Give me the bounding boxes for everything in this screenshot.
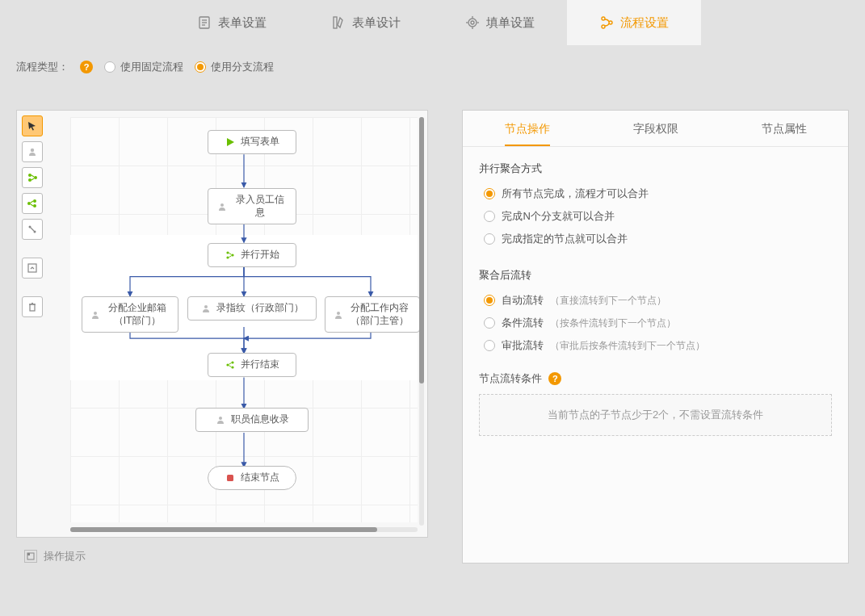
svg-point-34 — [220, 203, 224, 207]
person-icon — [215, 414, 226, 425]
svg-point-36 — [226, 256, 229, 258]
node-end[interactable]: 结束节点 — [208, 466, 296, 490]
merge-mode-title: 并行聚合方式 — [479, 161, 832, 176]
node-parallel-end[interactable]: 并行结束 — [208, 353, 296, 377]
tab-fill-settings[interactable]: 填单设置 — [433, 0, 567, 45]
tool-branch-node[interactable] — [22, 167, 43, 188]
hint-icon — [24, 550, 37, 563]
svg-point-38 — [94, 312, 97, 315]
radio-post-cond[interactable]: 条件流转 （按条件流转到下一个节点） — [479, 312, 832, 334]
svg-point-41 — [231, 361, 233, 363]
node-assign-email[interactable]: 分配企业邮箱（IT部门） — [82, 296, 178, 333]
radio-icon — [484, 317, 495, 329]
tab-form-settings-label: 表单设置 — [218, 15, 267, 31]
svg-point-44 — [219, 417, 222, 420]
play-icon — [225, 136, 236, 148]
tool-connector[interactable] — [22, 219, 43, 240]
radio-icon — [484, 211, 495, 222]
tool-fit[interactable] — [22, 258, 43, 279]
vertical-scrollbar[interactable] — [419, 117, 424, 526]
flow-canvas[interactable]: 填写表单 录入员工信息 并行开始 分配企业邮箱（IT部门） 录指纹（行政部门） … — [16, 110, 428, 538]
node-label: 填写表单 — [241, 136, 279, 149]
radio-post-auto[interactable]: 自动流转 （直接流转到下一个节点） — [479, 289, 832, 312]
radio-post-auto-desc: （直接流转到下一个节点） — [550, 294, 666, 308]
svg-point-19 — [33, 204, 36, 207]
person-icon — [216, 201, 227, 212]
svg-point-15 — [28, 174, 31, 177]
help-icon[interactable]: ? — [80, 61, 93, 73]
svg-point-39 — [204, 305, 208, 308]
node-label: 并行开始 — [241, 249, 279, 262]
node-parallel-start[interactable]: 并行开始 — [208, 243, 296, 267]
cond-box-text: 当前节点的子节点少于2个，不需设置流转条件 — [548, 409, 763, 421]
svg-rect-45 — [227, 475, 233, 481]
person-icon — [200, 303, 212, 314]
radio-icon — [104, 61, 115, 73]
rp-tab-node-op[interactable]: 节点操作 — [505, 122, 550, 146]
radio-post-approve-label: 审批流转 — [502, 338, 544, 353]
radio-icon — [195, 61, 206, 73]
svg-point-16 — [28, 178, 31, 182]
svg-point-6 — [471, 21, 474, 24]
node-label: 录指纹（行政部门） — [216, 302, 304, 315]
help-icon[interactable]: ? — [548, 372, 561, 385]
process-type-label: 流程类型： — [16, 60, 69, 74]
svg-point-18 — [33, 199, 36, 203]
radio-branch-process[interactable]: 使用分支流程 — [195, 60, 274, 74]
radio-merge-n-label: 完成N个分支就可以合并 — [502, 209, 614, 224]
tool-merge-node[interactable] — [22, 193, 43, 214]
svg-point-35 — [226, 251, 229, 254]
svg-rect-47 — [27, 553, 30, 555]
svg-point-12 — [602, 25, 605, 28]
node-assign-work[interactable]: 分配工作内容（部门主管） — [325, 296, 420, 333]
svg-point-20 — [27, 202, 31, 205]
node-employee-record[interactable]: 职员信息收录 — [195, 408, 309, 432]
cond-box: 当前节点的子节点少于2个，不需设置流转条件 — [479, 394, 832, 436]
post-merge-title: 聚合后流转 — [479, 268, 832, 283]
stop-icon — [225, 472, 236, 484]
svg-point-40 — [337, 312, 340, 315]
tab-form-settings[interactable]: 表单设置 — [165, 0, 299, 45]
form-settings-icon — [197, 15, 212, 30]
tab-process-settings[interactable]: 流程设置 — [567, 0, 701, 45]
radio-merge-all-label: 所有节点完成，流程才可以合并 — [502, 186, 649, 201]
operation-hint[interactable]: 操作提示 — [16, 538, 443, 564]
node-label: 分配工作内容（部门主管） — [348, 302, 411, 327]
radio-icon — [484, 295, 495, 306]
tab-process-settings-label: 流程设置 — [620, 15, 669, 31]
person-icon — [90, 309, 100, 321]
radio-icon — [484, 233, 495, 245]
node-fingerprint[interactable]: 录指纹（行政部门） — [187, 296, 317, 321]
tool-select[interactable] — [22, 115, 43, 136]
node-label: 录入员工信息 — [232, 194, 288, 219]
svg-point-43 — [226, 363, 229, 366]
radio-post-approve[interactable]: 审批流转 （审批后按条件流转到下一个节点） — [479, 334, 832, 357]
radio-icon — [484, 340, 495, 351]
svg-rect-24 — [28, 264, 36, 272]
tool-person-node[interactable] — [22, 141, 43, 162]
process-icon — [599, 15, 614, 30]
node-enter-employee[interactable]: 录入员工信息 — [208, 188, 296, 224]
rp-tab-field-perm[interactable]: 字段权限 — [633, 122, 678, 146]
node-label: 并行结束 — [241, 358, 279, 371]
radio-merge-all[interactable]: 所有节点完成，流程才可以合并 — [479, 182, 832, 205]
radio-merge-specific[interactable]: 完成指定的节点就可以合并 — [479, 228, 832, 250]
radio-fixed-process[interactable]: 使用固定流程 — [104, 60, 183, 74]
svg-point-14 — [31, 149, 34, 152]
tool-delete[interactable] — [22, 296, 43, 317]
svg-point-42 — [231, 366, 233, 368]
svg-rect-4 — [334, 17, 337, 28]
tab-form-design[interactable]: 表单设计 — [299, 0, 433, 45]
node-label: 结束节点 — [241, 471, 279, 484]
node-fill-form[interactable]: 填写表单 — [208, 130, 296, 154]
op-hint-label: 操作提示 — [44, 549, 86, 564]
radio-merge-n[interactable]: 完成N个分支就可以合并 — [479, 205, 832, 228]
svg-point-11 — [602, 17, 605, 20]
svg-point-5 — [468, 19, 477, 27]
rp-tab-node-attr[interactable]: 节点属性 — [762, 122, 807, 146]
horizontal-scrollbar[interactable] — [70, 527, 418, 532]
radio-icon — [484, 188, 495, 199]
node-label: 职员信息收录 — [231, 413, 289, 426]
radio-fixed-label: 使用固定流程 — [120, 60, 183, 74]
person-icon — [334, 309, 343, 321]
